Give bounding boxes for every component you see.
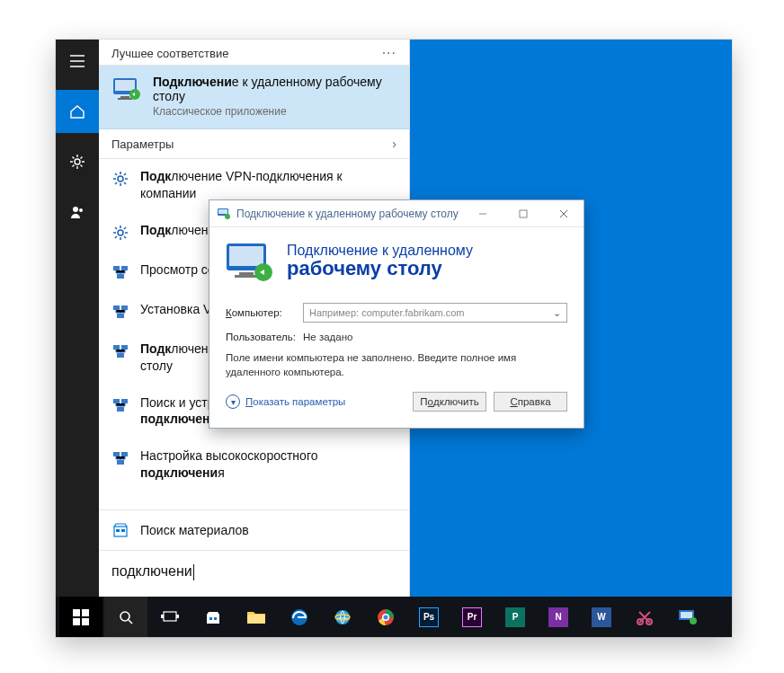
svg-point-2: [79, 208, 83, 212]
rdp-dialog: Подключение к удаленному рабочему столу …: [209, 199, 584, 429]
svg-point-9: [118, 230, 123, 235]
more-icon[interactable]: ···: [382, 45, 396, 61]
computer-label: ККомпьютер:омпьютер:: [226, 307, 290, 318]
svg-point-41: [120, 612, 129, 621]
svg-rect-33: [229, 246, 263, 266]
svg-rect-19: [113, 399, 120, 403]
onenote-app-icon[interactable]: N: [538, 597, 579, 637]
svg-rect-37: [73, 609, 80, 616]
home-icon[interactable]: [56, 90, 99, 133]
svg-rect-38: [82, 609, 89, 616]
search-value: подключени: [111, 563, 192, 579]
svg-rect-21: [117, 407, 124, 412]
svg-rect-12: [117, 274, 124, 279]
svg-rect-27: [121, 529, 125, 532]
best-match-header: Лучшее соответствие ···: [99, 40, 409, 66]
best-match-title: Подключение к удаленному рабочему столу: [153, 75, 396, 103]
show-options-label: ППоказать параметрыоказать параметры: [245, 396, 345, 407]
close-button[interactable]: [543, 200, 584, 227]
rdp-banner: Подключение к удаленному рабочему столу: [209, 227, 584, 299]
desktop: Лучшее соответствие ··· Подключение к уд…: [56, 40, 732, 637]
ps-app-icon[interactable]: Ps: [408, 597, 450, 637]
svg-rect-11: [121, 266, 128, 270]
snip-app-icon[interactable]: [624, 597, 665, 637]
chevron-right-icon: ›: [392, 137, 396, 151]
network-icon: [111, 263, 129, 281]
taskbar: Ps Pr P N W: [56, 597, 732, 637]
svg-rect-40: [82, 618, 89, 625]
svg-rect-46: [214, 617, 217, 620]
svg-rect-20: [121, 399, 128, 403]
connect-button[interactable]: Подключить: [413, 392, 486, 412]
network-icon: [111, 303, 129, 321]
svg-rect-29: [218, 209, 227, 214]
network-icon: [111, 449, 129, 467]
store-search-label: Поиск материалов: [140, 523, 249, 537]
computer-placeholder: Например: computer.fabrikam.com: [309, 307, 465, 318]
best-match-item[interactable]: Подключение к удаленному рабочему столу …: [99, 66, 409, 129]
svg-rect-45: [209, 617, 212, 620]
pr-app-icon[interactable]: Pr: [451, 597, 493, 637]
rdp-body: ККомпьютер:омпьютер: Например: computer.…: [209, 299, 584, 428]
settings-gear-icon[interactable]: [56, 140, 99, 183]
svg-rect-47: [247, 615, 265, 624]
svg-rect-13: [113, 306, 120, 310]
svg-rect-26: [116, 529, 120, 532]
rdp-banner-icon: [224, 240, 274, 283]
chevron-down-icon[interactable]: ⌄: [553, 307, 561, 319]
store-app-icon[interactable]: [192, 597, 234, 637]
computer-combo[interactable]: Например: computer.fabrikam.com ⌄: [303, 303, 567, 323]
svg-rect-31: [520, 210, 527, 217]
maximize-button[interactable]: [503, 200, 543, 227]
edge-app-icon[interactable]: [279, 597, 320, 637]
svg-rect-34: [239, 272, 254, 275]
chrome-app-icon[interactable]: [365, 597, 406, 637]
rdp-hint: Поле имени компьютера не заполнено. Введ…: [226, 351, 567, 379]
svg-rect-10: [113, 266, 120, 270]
best-match-subtitle: Классическое приложение: [153, 105, 396, 118]
people-icon[interactable]: [56, 190, 99, 234]
svg-rect-22: [113, 452, 120, 456]
svg-rect-4: [115, 80, 135, 91]
publisher-app-icon[interactable]: P: [494, 597, 536, 637]
svg-rect-17: [121, 345, 128, 350]
gear-icon: [111, 170, 129, 188]
rdp-title-icon: [217, 207, 231, 221]
rdp-app-taskbar-icon[interactable]: [667, 597, 708, 637]
user-label: Пользователь:: [226, 332, 290, 342]
svg-rect-6: [118, 98, 132, 100]
svg-point-49: [335, 610, 350, 624]
rdp-app-icon: [111, 75, 142, 105]
taskbar-search-button[interactable]: [104, 597, 147, 637]
word-app-icon[interactable]: W: [581, 597, 622, 637]
show-options-link[interactable]: ▾ ППоказать параметрыоказать параметры: [226, 394, 345, 409]
svg-rect-23: [121, 452, 128, 456]
svg-point-0: [75, 159, 80, 164]
rdp-titlebar[interactable]: Подключение к удаленному рабочему столу: [209, 200, 584, 227]
network-icon: [111, 342, 129, 360]
svg-point-30: [225, 214, 230, 219]
minimize-button[interactable]: [462, 200, 503, 227]
svg-rect-5: [120, 96, 129, 98]
svg-rect-24: [117, 460, 124, 465]
parameters-header[interactable]: Параметры ›: [99, 129, 409, 159]
explorer-app-icon[interactable]: [236, 597, 277, 637]
svg-rect-42: [164, 612, 176, 621]
user-value: Не задано: [303, 332, 352, 342]
svg-rect-16: [113, 345, 120, 350]
start-rail: [56, 40, 99, 597]
svg-point-8: [118, 176, 123, 182]
hamburger-icon[interactable]: [56, 40, 99, 83]
store-search-row[interactable]: Поиск материалов: [99, 509, 409, 550]
network-icon: [111, 396, 129, 414]
svg-point-1: [73, 207, 78, 212]
rdp-banner-line2: рабочему столу: [287, 257, 473, 280]
task-view-button[interactable]: [149, 597, 191, 637]
svg-point-58: [690, 617, 697, 624]
svg-rect-44: [176, 615, 179, 618]
ie-app-icon[interactable]: [322, 597, 363, 637]
result-item[interactable]: Настройка высокоскоростного подключения: [99, 438, 409, 492]
help-button[interactable]: Справка: [494, 392, 567, 412]
start-button[interactable]: [59, 597, 102, 637]
search-input[interactable]: подключени: [99, 550, 409, 597]
